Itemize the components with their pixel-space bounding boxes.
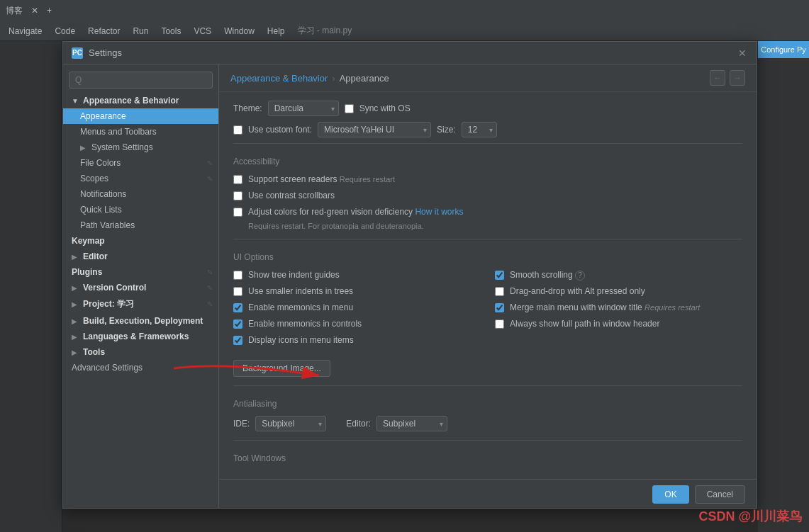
arrow-icon: ▶ bbox=[72, 300, 80, 308]
antialiasing-title: Antialiasing bbox=[233, 399, 742, 409]
merge-menu-note: Requires restart bbox=[645, 303, 700, 312]
menu-code[interactable]: Code bbox=[49, 23, 81, 39]
sidebar-item-file-colors[interactable]: File Colors ✎ bbox=[63, 155, 218, 171]
new-tab[interactable]: + bbox=[47, 6, 52, 16]
smooth-scroll-checkbox[interactable] bbox=[495, 271, 504, 280]
sidebar-label: Languages & Frameworks bbox=[83, 332, 189, 341]
tree-indent-checkbox[interactable] bbox=[233, 271, 242, 280]
breadcrumb-current: Appearance bbox=[340, 73, 389, 84]
sidebar-label: Build, Execution, Deployment bbox=[83, 316, 203, 326]
red-green-label: Adjust colors for red-green vision defic… bbox=[248, 206, 463, 218]
sidebar-item-project[interactable]: ▶ Project: 学习 ✎ bbox=[63, 295, 218, 313]
arrow-icon: ▶ bbox=[72, 253, 80, 261]
font-dropdown[interactable]: Microsoft YaHei UI bbox=[318, 122, 431, 137]
cancel-button[interactable]: Cancel bbox=[695, 485, 745, 504]
contrast-scrollbars-checkbox[interactable] bbox=[233, 191, 242, 200]
smooth-scroll-help-icon[interactable]: ? bbox=[575, 271, 585, 281]
menu-refactor[interactable]: Refactor bbox=[82, 23, 125, 39]
red-green-checkbox[interactable] bbox=[233, 208, 242, 217]
smooth-scroll-row: Smooth scrolling ? bbox=[495, 269, 742, 281]
sidebar-item-advanced[interactable]: Advanced Settings bbox=[63, 360, 218, 375]
mnemonics-menu-checkbox[interactable] bbox=[233, 303, 242, 312]
sync-os-label: Sync with OS bbox=[359, 103, 411, 113]
ui-options-section: UI Options Show tree indent guides Use s… bbox=[233, 239, 742, 377]
sidebar-item-system-settings[interactable]: ▶ System Settings bbox=[63, 140, 218, 155]
ok-button[interactable]: OK bbox=[652, 485, 688, 504]
sidebar-item-path-variables[interactable]: Path Variables bbox=[63, 217, 218, 233]
breadcrumb-parent[interactable]: Appearance & Behavior bbox=[230, 73, 328, 84]
ide-aa-dropdown-wrap: Subpixel bbox=[255, 416, 326, 431]
contrast-scrollbars-text: Use contrast scrollbars bbox=[248, 191, 335, 200]
smaller-indents-checkbox[interactable] bbox=[233, 287, 242, 296]
sidebar-item-appearance-behavior[interactable]: ▼ Appearance & Behavior bbox=[63, 93, 218, 108]
sidebar-label: Editor bbox=[83, 251, 108, 261]
how-it-works-link[interactable]: How it works bbox=[415, 207, 463, 217]
mnemonics-menu-label: Enable mnemonics in menu bbox=[248, 302, 353, 314]
search-input[interactable] bbox=[69, 72, 213, 89]
screen-readers-checkbox[interactable] bbox=[233, 175, 242, 184]
accessibility-section: Accessibility Support screen readers Req… bbox=[233, 143, 742, 230]
mnemonics-menu-row: Enable mnemonics in menu bbox=[233, 302, 481, 314]
full-path-checkbox[interactable] bbox=[495, 319, 504, 329]
back-button[interactable]: ← bbox=[710, 70, 725, 86]
tab-close[interactable]: ✕ bbox=[31, 6, 38, 16]
nav-arrows: ← → bbox=[710, 70, 745, 86]
bg-image-button[interactable]: Background Image... bbox=[233, 360, 330, 377]
sidebar-item-tools[interactable]: ▶ Tools bbox=[63, 344, 218, 360]
sidebar-label: Version Control bbox=[83, 283, 146, 293]
menu-help[interactable]: Help bbox=[262, 23, 291, 39]
sidebar-item-appearance[interactable]: Appearance bbox=[63, 108, 218, 124]
mnemonics-controls-checkbox[interactable] bbox=[233, 319, 242, 329]
display-icons-checkbox[interactable] bbox=[233, 336, 242, 345]
breadcrumb-separator: › bbox=[332, 73, 335, 84]
sidebar-label: Path Variables bbox=[80, 220, 135, 230]
dialog-title: Settings bbox=[89, 47, 122, 58]
editor-aa-dropdown[interactable]: Subpixel bbox=[376, 416, 447, 431]
editor-aa-label: Editor: bbox=[346, 419, 371, 429]
sync-os-checkbox[interactable] bbox=[345, 104, 354, 113]
smaller-indents-row: Use smaller indents in trees bbox=[233, 285, 481, 298]
sidebar-item-vcs[interactable]: ▶ Version Control ✎ bbox=[63, 280, 218, 295]
arrow-icon: ▶ bbox=[80, 144, 89, 152]
menu-tools[interactable]: Tools bbox=[155, 23, 186, 39]
sidebar-item-scopes[interactable]: Scopes ✎ bbox=[63, 171, 218, 186]
drag-drop-checkbox[interactable] bbox=[495, 287, 504, 296]
screen-readers-text: Support screen readers bbox=[248, 174, 337, 184]
theme-dropdown[interactable]: Darcula bbox=[268, 101, 339, 116]
menu-vcs[interactable]: VCS bbox=[188, 23, 217, 39]
menu-run[interactable]: Run bbox=[127, 23, 154, 39]
sidebar-item-keymap[interactable]: Keymap bbox=[63, 233, 218, 249]
smooth-scroll-label: Smooth scrolling ? bbox=[510, 269, 585, 281]
tool-windows-title: Tool Windows bbox=[233, 453, 742, 463]
main-content: Appearance & Behavior › Appearance ← → T… bbox=[219, 64, 757, 508]
sidebar-item-menus-toolbars[interactable]: Menus and Toolbars bbox=[63, 124, 218, 140]
sidebar-item-plugins[interactable]: Plugins ✎ bbox=[63, 264, 218, 280]
sidebar-item-build[interactable]: ▶ Build, Execution, Deployment bbox=[63, 313, 218, 329]
size-dropdown[interactable]: 12 bbox=[462, 122, 497, 137]
sidebar-label: Keymap bbox=[72, 236, 105, 246]
sidebar-item-quick-lists[interactable]: Quick Lists bbox=[63, 202, 218, 217]
settings-sidebar: ▼ Appearance & Behavior Appearance Menus… bbox=[63, 64, 219, 508]
forward-button[interactable]: → bbox=[730, 70, 745, 86]
menu-nav[interactable]: Navigate bbox=[3, 23, 48, 39]
ui-options-title: UI Options bbox=[233, 252, 742, 262]
red-green-row: Adjust colors for red-green vision defic… bbox=[233, 206, 742, 218]
merge-menu-checkbox[interactable] bbox=[495, 303, 504, 312]
sidebar-item-languages[interactable]: ▶ Languages & Frameworks bbox=[63, 329, 218, 344]
antialiasing-section: Antialiasing IDE: Subpixel Editor: Subpi… bbox=[233, 385, 742, 431]
close-button[interactable]: ✕ bbox=[737, 47, 748, 59]
menu-window[interactable]: Window bbox=[218, 23, 260, 39]
ide-aa-dropdown[interactable]: Subpixel bbox=[255, 416, 326, 431]
configure-py-btn[interactable]: Configure Py bbox=[758, 41, 809, 58]
tool-windows-section: Tool Windows bbox=[233, 440, 742, 463]
tree-indent-label: Show tree indent guides bbox=[248, 269, 340, 281]
ui-options-right: Smooth scrolling ? Drag-and-drop with Al… bbox=[495, 269, 742, 350]
sidebar-item-notifications[interactable]: Notifications bbox=[63, 186, 218, 202]
dialog-body: ▼ Appearance & Behavior Appearance Menus… bbox=[63, 64, 757, 508]
sidebar-label: Menus and Toolbars bbox=[80, 127, 157, 137]
edit-icon2: ✎ bbox=[207, 175, 213, 183]
sidebar-item-editor[interactable]: ▶ Editor bbox=[63, 249, 218, 264]
bg-image-row: Background Image... bbox=[233, 354, 742, 377]
drag-drop-label: Drag-and-drop with Alt pressed only bbox=[510, 285, 645, 298]
custom-font-checkbox[interactable] bbox=[233, 125, 242, 135]
